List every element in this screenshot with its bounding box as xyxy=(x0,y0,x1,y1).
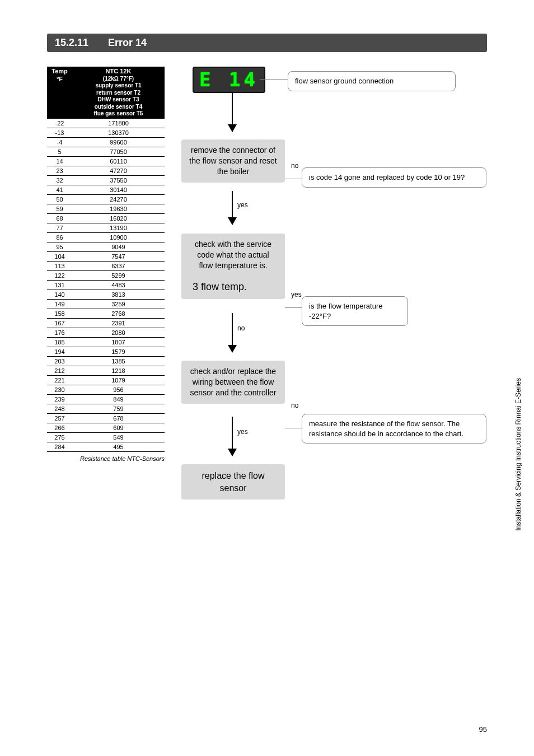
table-col2-top: NTC 12K xyxy=(74,68,162,76)
table-col1-header: Temp °F xyxy=(47,67,72,119)
table-cell-temp: 212 xyxy=(47,366,72,376)
table-row: 1225299 xyxy=(47,271,165,281)
label-yes: yes xyxy=(291,291,302,298)
table-cell-temp: 104 xyxy=(47,252,72,262)
side-footer: Installation & Servicing Instructions Ri… xyxy=(514,378,522,531)
table-cell-temp: 266 xyxy=(47,423,72,433)
table-col2-line-4: outside sensor T4 xyxy=(74,104,162,111)
table-cell-resistance: 3259 xyxy=(72,300,165,309)
table-cell-resistance: 60110 xyxy=(72,157,165,166)
table-cell-temp: 14 xyxy=(47,157,72,166)
flowchart: E 14 flow sensor ground connection remov… xyxy=(181,67,487,462)
table-row: 8610900 xyxy=(47,233,165,242)
table-col2-header: NTC 12K (12kΩ 77°F) supply sensor T1 ret… xyxy=(72,67,165,119)
table-cell-resistance: 956 xyxy=(72,385,165,395)
section-title: Error 14 xyxy=(108,37,147,48)
table-cell-resistance: 3813 xyxy=(72,290,165,300)
table-cell-temp: 32 xyxy=(47,176,72,185)
table-cell-resistance: 2391 xyxy=(72,319,165,328)
table-row: 284495 xyxy=(47,442,165,452)
table-cell-resistance: 849 xyxy=(72,395,165,404)
connector-line xyxy=(260,79,288,80)
table-cell-temp: 50 xyxy=(47,195,72,204)
table-row: 1493259 xyxy=(47,300,165,309)
table-row: 1941579 xyxy=(47,347,165,357)
page-number: 95 xyxy=(479,725,487,734)
table-cell-temp: 158 xyxy=(47,309,72,319)
table-row: 2121218 xyxy=(47,366,165,376)
table-cell-resistance: 4483 xyxy=(72,281,165,290)
resistance-table: Temp °F NTC 12K (12kΩ 77°F) supply senso… xyxy=(47,67,165,452)
table-cell-temp: 221 xyxy=(47,376,72,385)
connector-line xyxy=(285,307,302,308)
flow-box2-line2: 3 flow temp. xyxy=(189,280,277,293)
table-cell-temp: -4 xyxy=(47,138,72,147)
table-cell-resistance: 19630 xyxy=(72,204,165,214)
label-no: no xyxy=(291,162,298,170)
callout-box3: measure the resistance of the flow senso… xyxy=(302,414,486,444)
table-cell-resistance: 30140 xyxy=(72,185,165,195)
table-cell-temp: 203 xyxy=(47,357,72,366)
table-cell-temp: 23 xyxy=(47,166,72,176)
table-row: 7713190 xyxy=(47,223,165,233)
table-row: 959049 xyxy=(47,242,165,252)
table-cell-temp: 131 xyxy=(47,281,72,290)
table-cell-resistance: 16020 xyxy=(72,214,165,223)
arrow-icon xyxy=(232,92,233,132)
flow-box-remove-connector: remove the connector of the flow sensor … xyxy=(181,139,285,183)
table-cell-resistance: 678 xyxy=(72,414,165,423)
table-row: -22171800 xyxy=(47,119,165,128)
table-cell-temp: 230 xyxy=(47,385,72,395)
table-col2-line-5: flue gas sensor T5 xyxy=(74,110,162,118)
table-cell-temp: 248 xyxy=(47,404,72,414)
table-cell-temp: 149 xyxy=(47,300,72,309)
label-yes: yes xyxy=(237,428,248,436)
table-row: 248759 xyxy=(47,404,165,414)
table-cell-temp: 41 xyxy=(47,185,72,195)
table-cell-resistance: 1218 xyxy=(72,366,165,376)
table-cell-resistance: 495 xyxy=(72,442,165,452)
table-cell-resistance: 77050 xyxy=(72,147,165,157)
flow-box-replace-sensor: replace the flow sensor xyxy=(181,464,285,500)
table-row: 257678 xyxy=(47,414,165,423)
table-row: 5024270 xyxy=(47,195,165,204)
table-cell-resistance: 1079 xyxy=(72,376,165,385)
callout-box1: is code 14 gone and replaced by code 10 … xyxy=(302,167,486,188)
table-cell-resistance: 13190 xyxy=(72,223,165,233)
table-cell-resistance: 47270 xyxy=(72,166,165,176)
table-col2-line-2: return sensor T2 xyxy=(74,90,162,97)
table-cell-temp: 68 xyxy=(47,214,72,223)
table-cell-resistance: 609 xyxy=(72,423,165,433)
table-cell-resistance: 2080 xyxy=(72,328,165,338)
label-yes: yes xyxy=(237,201,248,209)
table-cell-temp: 5 xyxy=(47,147,72,157)
table-cell-resistance: 99600 xyxy=(72,138,165,147)
table-row: 2031385 xyxy=(47,357,165,366)
table-cell-resistance: 1385 xyxy=(72,357,165,366)
table-cell-resistance: 24270 xyxy=(72,195,165,204)
table-cell-resistance: 37550 xyxy=(72,176,165,185)
table-row: 266609 xyxy=(47,423,165,433)
table-col2-line-0: (12kΩ 77°F) xyxy=(74,76,162,83)
section-header: 15.2.11 Error 14 xyxy=(47,34,487,52)
table-cell-resistance: 130370 xyxy=(72,128,165,138)
table-cell-resistance: 1579 xyxy=(72,347,165,357)
arrow-icon xyxy=(232,191,233,225)
table-cell-temp: 86 xyxy=(47,233,72,242)
table-row: 3237550 xyxy=(47,176,165,185)
table-row: 1047547 xyxy=(47,252,165,262)
table-cell-temp: 140 xyxy=(47,290,72,300)
table-cell-resistance: 5299 xyxy=(72,271,165,281)
table-cell-temp: 194 xyxy=(47,347,72,357)
table-cell-resistance: 9049 xyxy=(72,242,165,252)
table-col2-line-1: supply sensor T1 xyxy=(74,82,162,90)
table-cell-temp: 113 xyxy=(47,262,72,271)
table-cell-temp: 239 xyxy=(47,395,72,404)
table-cell-temp: 185 xyxy=(47,338,72,347)
table-cell-temp: 176 xyxy=(47,328,72,338)
table-cell-temp: 275 xyxy=(47,433,72,442)
table-cell-resistance: 549 xyxy=(72,433,165,442)
table-cell-temp: 167 xyxy=(47,319,72,328)
table-row: 2347270 xyxy=(47,166,165,176)
table-row: 1582768 xyxy=(47,309,165,319)
